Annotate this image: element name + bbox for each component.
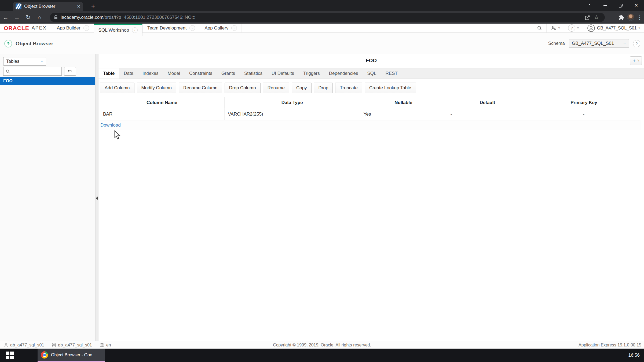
sidebar-item-label: FOO (3, 79, 13, 83)
page-title: Object Browser (16, 41, 53, 47)
close-button[interactable]: ✕ (628, 0, 644, 11)
browser-toolbar: ← → ↻ ⌂ iacademy.oracle.com/ords/f?p=450… (0, 11, 644, 24)
tab-constraints[interactable]: Constraints (185, 68, 217, 79)
cell-primary-key: - (528, 108, 640, 120)
download-row: Download (100, 120, 641, 130)
tab-statistics[interactable]: Statistics (240, 68, 267, 79)
menu-app-builder[interactable]: App Builder ⌄ (52, 24, 94, 32)
tab-close-icon[interactable]: ✕ (77, 4, 80, 9)
tab-triggers[interactable]: Triggers (299, 68, 324, 79)
up-arrow-icon[interactable] (4, 40, 12, 47)
sidebar-item-foo[interactable]: FOO (0, 77, 95, 85)
drop-button[interactable]: Drop (314, 83, 333, 93)
bookmark-star-icon[interactable]: ☆ (592, 14, 601, 21)
apex-wordmark: APEX (32, 25, 47, 31)
browser-profile-avatar[interactable] (627, 14, 634, 21)
chevron-down-icon[interactable]: ⌄ (132, 27, 138, 33)
oracle-wordmark: ORACLE (4, 25, 29, 31)
taskbar-task-label: Object Browser - Goo... (51, 353, 96, 357)
header-account-menu[interactable]: GB_A477_SQL_S01 v (583, 24, 644, 32)
tab-dependencies[interactable]: Dependencies (324, 68, 363, 79)
header-search-button[interactable] (533, 24, 546, 32)
refresh-button[interactable] (64, 67, 76, 76)
object-search-box (3, 67, 62, 76)
browser-menu-kebab-icon[interactable]: ⋮ (637, 14, 642, 21)
sidebar-splitter[interactable] (95, 54, 98, 341)
object-sidebar: Tables ⌄ FOO (0, 54, 95, 341)
tab-rest[interactable]: REST (381, 68, 402, 79)
menu-app-gallery[interactable]: App Gallery ⌄ (200, 24, 242, 32)
chevron-down-icon: v (639, 26, 640, 29)
apex-header-right: v ? v GB_A477_SQL_S01 v (533, 24, 644, 32)
object-search-input[interactable] (12, 69, 59, 74)
reload-icon[interactable]: ↻ (23, 14, 34, 21)
main-content: FOO + v Table Data Indexes Model Constra… (98, 54, 644, 341)
chevron-down-icon: v (558, 26, 560, 29)
new-tab-button[interactable]: + (89, 2, 97, 10)
back-icon[interactable]: ← (0, 14, 11, 21)
chevron-down-icon: v (638, 58, 639, 62)
drop-column-button[interactable]: Drop Column (225, 83, 261, 93)
account-name: GB_A477_SQL_S01 (597, 26, 637, 31)
apex-header: ORACLE APEX App Builder ⌄ SQL Workshop ⌄… (0, 24, 644, 33)
table-actions: Add Column Modify Column Rename Column D… (100, 83, 644, 93)
add-column-button[interactable]: Add Column (100, 83, 134, 93)
menu-sql-workshop[interactable]: SQL Workshop ⌄ (94, 24, 142, 36)
rename-button[interactable]: Rename (263, 83, 289, 93)
copy-button[interactable]: Copy (292, 83, 312, 93)
truncate-button[interactable]: Truncate (335, 83, 362, 93)
menu-label: Team Development (147, 25, 186, 31)
oracle-apex-logo: ORACLE APEX (0, 24, 52, 32)
menu-team-development[interactable]: Team Development ⌄ (142, 24, 200, 32)
chevron-down-icon[interactable]: ⌄ (83, 25, 89, 31)
minimize-button[interactable] (597, 0, 613, 11)
cell-nullable: Yes (360, 108, 447, 120)
columns-table: Column Name Data Type Nullable Default P… (100, 97, 640, 120)
tab-model[interactable]: Model (163, 68, 185, 79)
extensions-puzzle-icon[interactable] (619, 14, 624, 20)
col-header-data-type: Data Type (224, 97, 360, 108)
download-link[interactable]: Download (100, 123, 121, 128)
share-icon[interactable] (583, 15, 592, 20)
taskbar-chrome-button[interactable]: Object Browser - Goo... (38, 349, 105, 362)
search-icon (6, 69, 10, 74)
home-icon[interactable]: ⌂ (34, 14, 45, 21)
object-type-select[interactable]: Tables ⌄ (3, 57, 46, 66)
address-bar[interactable]: iacademy.oracle.com/ords/f?p=4500:1001:2… (50, 13, 605, 22)
copyright-text: Copyright © 1999, 2019, Oracle. All righ… (0, 341, 644, 349)
start-button[interactable] (0, 349, 19, 362)
table-row: BAR VARCHAR2(255) Yes - - (100, 108, 640, 120)
browser-tab[interactable]: Object Browser ✕ (13, 2, 83, 11)
schema-select[interactable]: GB_A477_SQL_S01 ⌄ (569, 39, 629, 48)
menu-label: SQL Workshop (98, 28, 129, 33)
tab-grants[interactable]: Grants (217, 68, 240, 79)
create-object-button[interactable]: + v (630, 56, 642, 65)
schema-help-icon[interactable]: ? (633, 40, 640, 47)
create-lookup-table-button[interactable]: Create Lookup Table (365, 83, 416, 93)
chevron-down-icon: ⌄ (40, 59, 43, 63)
forward-icon[interactable]: → (11, 14, 23, 21)
tab-sql[interactable]: SQL (363, 68, 381, 79)
taskbar-clock[interactable]: 16:56 (628, 349, 640, 362)
chevron-down-icon[interactable]: ⌄ (231, 25, 237, 31)
menu-label: App Gallery (204, 25, 228, 31)
restore-button[interactable] (613, 0, 628, 11)
collapse-handle-icon[interactable] (96, 197, 98, 200)
tab-ui-defaults[interactable]: UI Defaults (267, 68, 299, 79)
screen: Object Browser ✕ + ⌄ ✕ ← → ↻ ⌂ iacademy.… (0, 0, 644, 362)
cell-column-name: BAR (100, 108, 224, 120)
modify-column-button[interactable]: Modify Column (137, 83, 176, 93)
tab-table[interactable]: Table (98, 68, 119, 79)
cell-data-type: VARCHAR2(255) (224, 108, 360, 120)
tab-search-icon[interactable]: ⌄ (582, 0, 597, 9)
chevron-down-icon[interactable]: ⌄ (189, 25, 195, 31)
header-help-menu[interactable]: ? v (564, 24, 583, 32)
breadcrumb-row: Object Browser Schema GB_A477_SQL_S01 ⌄ … (0, 33, 644, 54)
tab-indexes[interactable]: Indexes (138, 68, 163, 79)
toolbar-right: ⋮ (619, 11, 642, 24)
tab-data[interactable]: Data (119, 68, 138, 79)
header-admin-menu[interactable]: v (546, 24, 564, 32)
rename-column-button[interactable]: Rename Column (179, 83, 222, 93)
chevron-down-icon: ⌄ (623, 41, 626, 45)
cell-default: - (447, 108, 528, 120)
